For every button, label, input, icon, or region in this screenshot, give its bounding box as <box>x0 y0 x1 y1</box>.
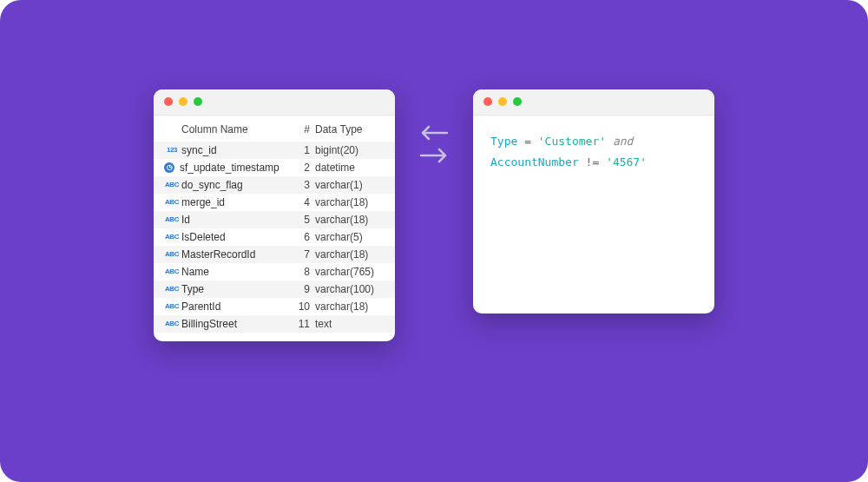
text-icon: ABC <box>164 266 180 278</box>
numeric-icon: 123 <box>164 144 180 156</box>
header-column-num: # <box>291 123 310 135</box>
cell-type: datetime <box>310 162 385 174</box>
cell-column-name: 123sync_id <box>164 144 291 156</box>
header-column-type: Data Type <box>310 123 385 135</box>
minimize-icon[interactable] <box>179 97 187 106</box>
table-row[interactable]: ABCName8varchar(765) <box>154 263 395 281</box>
cell-num: 3 <box>291 179 310 191</box>
table-row[interactable]: ABCBillingStreet11text <box>154 315 395 333</box>
table-row[interactable]: 123sync_id1bigint(20) <box>154 142 395 159</box>
code-keyword: and <box>613 135 633 148</box>
cell-num: 5 <box>291 214 310 226</box>
table-row[interactable]: ABCType9varchar(100) <box>154 281 395 298</box>
close-icon[interactable] <box>483 97 492 106</box>
maximize-icon[interactable] <box>513 97 522 106</box>
cell-column-name: ABCParentId <box>164 300 291 313</box>
cell-column-name: ABCMasterRecordId <box>164 248 291 261</box>
cell-num: 1 <box>291 144 310 156</box>
cell-column-name: ABCdo_sync_flag <box>164 179 291 191</box>
column-name-text: MasterRecordId <box>181 248 255 261</box>
cell-column-name: ABCBillingStreet <box>164 318 291 330</box>
code-field: Type <box>490 135 517 148</box>
column-name-text: IsDeleted <box>181 231 226 243</box>
schema-window: Column Name # Data Type 123sync_id1bigin… <box>154 89 395 341</box>
cell-column-name: ABCmerge_id <box>164 196 291 208</box>
text-icon: ABC <box>164 283 180 295</box>
stage-background: Column Name # Data Type 123sync_id1bigin… <box>0 0 868 482</box>
arrow-left-icon <box>419 124 449 142</box>
column-name-text: merge_id <box>181 196 225 208</box>
column-name-text: ParentId <box>181 300 220 313</box>
table-header: Column Name # Data Type <box>154 121 395 138</box>
code-operator: != <box>586 155 600 168</box>
schema-table: Column Name # Data Type 123sync_id1bigin… <box>154 116 395 341</box>
text-icon: ABC <box>164 318 180 330</box>
header-column-name: Column Name <box>164 123 291 135</box>
column-name-text: do_sync_flag <box>181 179 243 191</box>
datetime-icon: ◷ <box>164 162 174 173</box>
cell-type: varchar(765) <box>310 266 385 278</box>
window-titlebar <box>154 89 395 116</box>
cell-type: varchar(18) <box>310 300 385 313</box>
text-icon: ABC <box>164 248 180 261</box>
cell-num: 6 <box>291 231 310 243</box>
code-field: AccountNumber <box>490 155 579 168</box>
code-window: Type = 'Customer' and AccountNumber != '… <box>473 89 714 314</box>
text-icon: ABC <box>164 196 180 208</box>
table-row[interactable]: ABCId5varchar(18) <box>154 211 395 228</box>
cell-num: 11 <box>291 318 310 330</box>
cell-type: varchar(5) <box>310 231 385 243</box>
cell-type: bigint(20) <box>310 144 385 156</box>
code-editor[interactable]: Type = 'Customer' and AccountNumber != '… <box>473 116 714 314</box>
code-operator: = <box>524 135 531 148</box>
cell-num: 2 <box>291 162 310 174</box>
table-row[interactable]: ABCmerge_id4varchar(18) <box>154 194 395 211</box>
column-name-text: Id <box>181 214 190 226</box>
cell-column-name: ABCType <box>164 283 291 295</box>
minimize-icon[interactable] <box>498 97 507 106</box>
column-name-text: Name <box>181 266 209 278</box>
cell-column-name: ABCId <box>164 214 291 226</box>
code-string: '4567' <box>606 155 647 168</box>
cell-num: 4 <box>291 196 310 208</box>
cell-num: 7 <box>291 248 310 261</box>
code-line: Type = 'Customer' and <box>490 131 697 153</box>
cell-type: varchar(18) <box>310 196 385 208</box>
cell-num: 10 <box>291 300 310 313</box>
cell-column-name: ABCIsDeleted <box>164 231 291 243</box>
text-icon: ABC <box>164 214 180 226</box>
cell-type: text <box>310 318 385 330</box>
table-row[interactable]: ABCParentId10varchar(18) <box>154 298 395 315</box>
sync-arrows <box>419 124 449 164</box>
code-string: 'Customer' <box>538 135 606 148</box>
cell-column-name: ABCName <box>164 266 291 278</box>
close-icon[interactable] <box>164 97 173 106</box>
maximize-icon[interactable] <box>194 97 202 106</box>
text-icon: ABC <box>164 179 180 191</box>
column-name-text: sync_id <box>181 144 217 156</box>
table-row[interactable]: ABCIsDeleted6varchar(5) <box>154 228 395 246</box>
cell-column-name: ◷sf_update_timestamp <box>164 162 291 174</box>
code-line: AccountNumber != '4567' <box>490 152 697 174</box>
cell-type: varchar(18) <box>310 248 385 261</box>
text-icon: ABC <box>164 231 180 243</box>
table-row[interactable]: ABCMasterRecordId7varchar(18) <box>154 246 395 263</box>
cell-type: varchar(18) <box>310 214 385 226</box>
column-name-text: BillingStreet <box>181 318 237 330</box>
cell-num: 9 <box>291 283 310 295</box>
arrow-right-icon <box>419 147 449 164</box>
text-icon: ABC <box>164 300 180 313</box>
cell-num: 8 <box>291 266 310 278</box>
column-name-text: Type <box>181 283 204 295</box>
table-row[interactable]: ABCdo_sync_flag3varchar(1) <box>154 176 395 194</box>
cell-type: varchar(100) <box>310 283 385 295</box>
panels-row: Column Name # Data Type 123sync_id1bigin… <box>154 89 714 341</box>
cell-type: varchar(1) <box>310 179 385 191</box>
window-titlebar <box>473 89 714 116</box>
table-row[interactable]: ◷sf_update_timestamp2datetime <box>154 159 395 176</box>
column-name-text: sf_update_timestamp <box>180 162 279 174</box>
